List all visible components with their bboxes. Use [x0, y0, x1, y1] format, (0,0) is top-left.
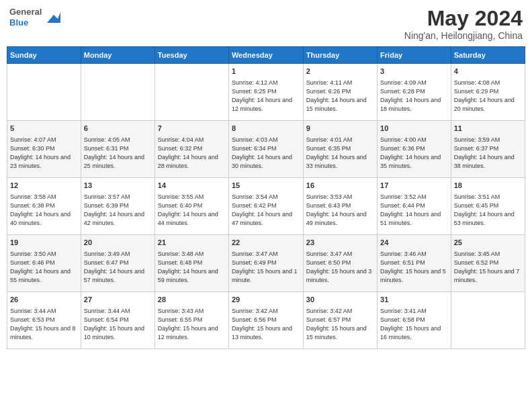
calendar-day-cell: 13Sunrise: 3:57 AM Sunset: 6:39 PM Dayli…	[81, 178, 154, 235]
day-number: 22	[232, 238, 300, 248]
day-number: 26	[10, 295, 78, 305]
calendar-day-cell: 28Sunrise: 3:43 AM Sunset: 6:55 PM Dayli…	[154, 292, 228, 349]
title-section: May 2024 Ning'an, Heilongjiang, China	[404, 7, 523, 41]
day-of-week-header: Monday	[81, 47, 154, 64]
calendar-day-cell: 18Sunrise: 3:51 AM Sunset: 6:45 PM Dayli…	[451, 178, 525, 235]
page-header: General Blue May 2024 Ning'an, Heilongji…	[7, 7, 525, 41]
day-number: 30	[306, 295, 374, 305]
day-info: Sunrise: 3:59 AM Sunset: 6:37 PM Dayligh…	[454, 136, 522, 171]
calendar-week-row: 1Sunrise: 4:12 AM Sunset: 6:25 PM Daylig…	[7, 64, 525, 121]
calendar-day-cell: 26Sunrise: 3:44 AM Sunset: 6:53 PM Dayli…	[7, 292, 81, 349]
calendar-day-cell: 20Sunrise: 3:49 AM Sunset: 6:47 PM Dayli…	[81, 235, 154, 292]
calendar-day-cell: 21Sunrise: 3:48 AM Sunset: 6:48 PM Dayli…	[154, 235, 228, 292]
day-info: Sunrise: 3:42 AM Sunset: 6:57 PM Dayligh…	[306, 307, 374, 342]
day-number: 4	[454, 66, 522, 77]
day-info: Sunrise: 4:03 AM Sunset: 6:34 PM Dayligh…	[232, 136, 300, 171]
calendar-day-cell: 19Sunrise: 3:50 AM Sunset: 6:46 PM Dayli…	[7, 235, 81, 292]
day-info: Sunrise: 3:45 AM Sunset: 6:52 PM Dayligh…	[454, 250, 522, 285]
calendar-day-cell: 15Sunrise: 3:54 AM Sunset: 6:42 PM Dayli…	[228, 178, 303, 235]
day-info: Sunrise: 4:07 AM Sunset: 6:30 PM Dayligh…	[10, 136, 78, 171]
logo-text: General Blue	[9, 7, 42, 28]
day-number: 31	[380, 295, 448, 305]
calendar-day-cell: 3Sunrise: 4:09 AM Sunset: 6:28 PM Daylig…	[378, 64, 451, 121]
day-info: Sunrise: 3:47 AM Sunset: 6:50 PM Dayligh…	[306, 250, 374, 285]
calendar-day-cell: 9Sunrise: 4:01 AM Sunset: 6:35 PM Daylig…	[303, 121, 377, 178]
calendar-day-cell: 5Sunrise: 4:07 AM Sunset: 6:30 PM Daylig…	[7, 121, 81, 178]
day-of-week-header: Saturday	[451, 47, 525, 64]
day-number: 18	[454, 181, 522, 191]
calendar-day-cell: 22Sunrise: 3:47 AM Sunset: 6:49 PM Dayli…	[228, 235, 303, 292]
day-number: 9	[306, 124, 374, 134]
day-of-week-header: Friday	[378, 47, 451, 64]
calendar-day-cell: 27Sunrise: 3:44 AM Sunset: 6:54 PM Dayli…	[81, 292, 154, 349]
calendar-day-cell: 24Sunrise: 3:46 AM Sunset: 6:51 PM Dayli…	[378, 235, 451, 292]
calendar-day-cell: 30Sunrise: 3:42 AM Sunset: 6:57 PM Dayli…	[303, 292, 377, 349]
day-info: Sunrise: 3:57 AM Sunset: 6:39 PM Dayligh…	[84, 193, 152, 228]
day-number: 14	[158, 181, 226, 191]
day-number: 19	[10, 238, 78, 248]
location: Ning'an, Heilongjiang, China	[404, 30, 523, 41]
day-number: 23	[306, 238, 374, 248]
day-number: 8	[232, 124, 300, 134]
day-number: 1	[232, 66, 300, 77]
day-info: Sunrise: 4:00 AM Sunset: 6:36 PM Dayligh…	[380, 136, 448, 171]
day-info: Sunrise: 3:42 AM Sunset: 6:56 PM Dayligh…	[232, 307, 300, 342]
svg-marker-0	[47, 12, 60, 23]
day-number: 13	[84, 181, 152, 191]
calendar-week-row: 5Sunrise: 4:07 AM Sunset: 6:30 PM Daylig…	[7, 121, 525, 178]
day-info: Sunrise: 4:12 AM Sunset: 6:25 PM Dayligh…	[232, 79, 300, 113]
day-info: Sunrise: 4:04 AM Sunset: 6:32 PM Dayligh…	[158, 136, 226, 171]
day-number: 6	[84, 124, 152, 134]
day-info: Sunrise: 3:55 AM Sunset: 6:40 PM Dayligh…	[158, 193, 226, 228]
day-number: 24	[380, 238, 448, 248]
day-number: 15	[232, 181, 300, 191]
calendar-day-cell: 25Sunrise: 3:45 AM Sunset: 6:52 PM Dayli…	[451, 235, 525, 292]
calendar-day-cell: 2Sunrise: 4:11 AM Sunset: 6:26 PM Daylig…	[303, 64, 377, 121]
calendar-day-cell: 6Sunrise: 4:05 AM Sunset: 6:31 PM Daylig…	[81, 121, 154, 178]
day-info: Sunrise: 3:51 AM Sunset: 6:45 PM Dayligh…	[454, 193, 522, 228]
calendar-table: SundayMondayTuesdayWednesdayThursdayFrid…	[7, 46, 525, 349]
calendar-day-cell: 12Sunrise: 3:58 AM Sunset: 6:38 PM Dayli…	[7, 178, 81, 235]
day-number: 16	[306, 181, 374, 191]
day-info: Sunrise: 3:58 AM Sunset: 6:38 PM Dayligh…	[10, 193, 78, 228]
calendar-day-cell: 23Sunrise: 3:47 AM Sunset: 6:50 PM Dayli…	[303, 235, 377, 292]
calendar-day-cell	[81, 64, 154, 121]
day-info: Sunrise: 3:46 AM Sunset: 6:51 PM Dayligh…	[380, 250, 448, 285]
day-info: Sunrise: 3:53 AM Sunset: 6:43 PM Dayligh…	[306, 193, 374, 228]
day-of-week-header: Wednesday	[228, 47, 303, 64]
calendar-day-cell	[451, 292, 525, 349]
day-number: 20	[84, 238, 152, 248]
day-info: Sunrise: 3:54 AM Sunset: 6:42 PM Dayligh…	[232, 193, 300, 228]
day-number: 7	[158, 124, 226, 134]
day-of-week-header: Thursday	[303, 47, 377, 64]
calendar-day-cell	[154, 64, 228, 121]
calendar-day-cell: 29Sunrise: 3:42 AM Sunset: 6:56 PM Dayli…	[228, 292, 303, 349]
day-number: 10	[380, 124, 448, 134]
day-info: Sunrise: 3:48 AM Sunset: 6:48 PM Dayligh…	[158, 250, 226, 285]
calendar-week-row: 19Sunrise: 3:50 AM Sunset: 6:46 PM Dayli…	[7, 235, 525, 292]
logo-blue: Blue	[9, 17, 42, 28]
calendar-day-cell: 10Sunrise: 4:00 AM Sunset: 6:36 PM Dayli…	[378, 121, 451, 178]
calendar-header-row: SundayMondayTuesdayWednesdayThursdayFrid…	[7, 47, 525, 64]
calendar-week-row: 12Sunrise: 3:58 AM Sunset: 6:38 PM Dayli…	[7, 178, 525, 235]
day-info: Sunrise: 4:09 AM Sunset: 6:28 PM Dayligh…	[380, 79, 448, 113]
day-number: 11	[454, 124, 522, 134]
day-info: Sunrise: 4:11 AM Sunset: 6:26 PM Dayligh…	[306, 79, 374, 113]
calendar-day-cell: 31Sunrise: 3:41 AM Sunset: 6:58 PM Dayli…	[378, 292, 451, 349]
day-number: 3	[380, 66, 448, 77]
day-number: 29	[232, 295, 300, 305]
day-info: Sunrise: 4:01 AM Sunset: 6:35 PM Dayligh…	[306, 136, 374, 171]
month-year: May 2024	[404, 7, 523, 30]
calendar-day-cell: 11Sunrise: 3:59 AM Sunset: 6:37 PM Dayli…	[451, 121, 525, 178]
logo-icon	[44, 9, 60, 26]
day-info: Sunrise: 3:52 AM Sunset: 6:44 PM Dayligh…	[380, 193, 448, 228]
day-info: Sunrise: 3:49 AM Sunset: 6:47 PM Dayligh…	[84, 250, 152, 285]
day-info: Sunrise: 3:44 AM Sunset: 6:53 PM Dayligh…	[10, 307, 78, 342]
logo: General Blue	[9, 7, 60, 28]
day-info: Sunrise: 4:08 AM Sunset: 6:29 PM Dayligh…	[454, 79, 522, 113]
calendar-day-cell: 16Sunrise: 3:53 AM Sunset: 6:43 PM Dayli…	[303, 178, 377, 235]
day-number: 27	[84, 295, 152, 305]
day-number: 17	[380, 181, 448, 191]
day-info: Sunrise: 3:50 AM Sunset: 6:46 PM Dayligh…	[10, 250, 78, 285]
calendar-day-cell: 7Sunrise: 4:04 AM Sunset: 6:32 PM Daylig…	[154, 121, 228, 178]
